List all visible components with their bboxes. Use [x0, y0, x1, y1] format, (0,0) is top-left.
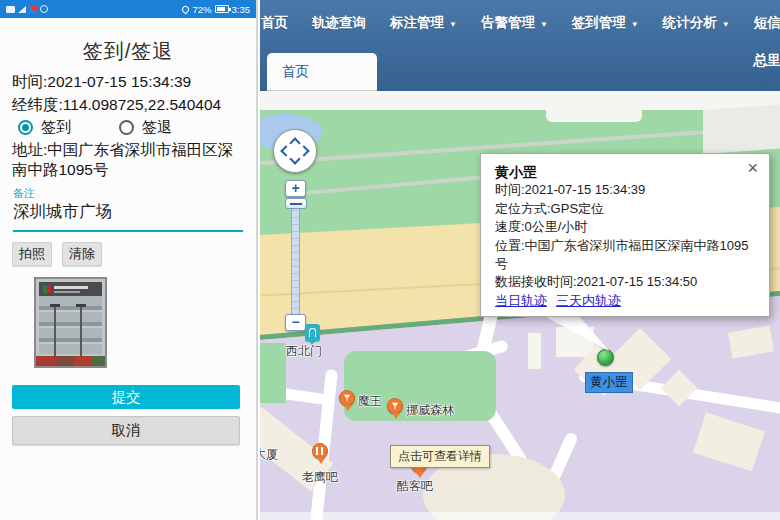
poi-label-bar2: 挪威森林 [406, 402, 454, 419]
address-text: 地址:中国广东省深圳市福田区深南中路1095号 [12, 140, 248, 180]
person-marker-label[interactable]: 黄小罡 [585, 372, 633, 393]
alarm-icon [40, 5, 48, 13]
nav-menu: 首页 轨迹查询 标注管理 ▼ 告警管理 ▼ 签到管理 ▼ 统 [260, 0, 780, 46]
status-time: 3:35 [232, 4, 251, 15]
popup-person-name: 黄小罡 [495, 163, 755, 181]
location-icon [181, 4, 191, 14]
photo-thumbnail[interactable] [34, 277, 107, 368]
nav-item-alarm-mgmt[interactable]: 告警管理 ▼ [469, 14, 560, 32]
checkin-time-text: 时间:2021-07-15 15:34:39 [12, 72, 191, 93]
zoom-slider-handle[interactable] [285, 198, 307, 209]
zoom-in-button[interactable]: + [285, 180, 306, 197]
poi-label-building: 大厦 [260, 446, 278, 463]
radio-checkout[interactable]: 签退 [119, 118, 172, 137]
submit-button[interactable]: 提交 [12, 385, 240, 409]
zoom-out-button[interactable]: − [285, 314, 306, 331]
battery-icon [215, 5, 229, 13]
popup-received-time: 数据接收时间:2021-07-15 15:34:50 [495, 273, 755, 291]
radio-checkin-label: 签到 [41, 118, 71, 137]
close-icon[interactable]: × [747, 159, 758, 177]
screen: 72% 3:35 签到/签退 时间:2021-07-15 15:34:39 经纬… [0, 0, 780, 520]
page-title: 签到/签退 [0, 38, 256, 65]
nav-label: 轨迹查询 [312, 14, 366, 32]
map-pan-control[interactable] [273, 129, 317, 173]
marker-info-popup: × 黄小罡 时间:2021-07-15 15:34:39 定位方式:GPS定位 … [480, 153, 770, 317]
map-top-area [260, 91, 780, 110]
popup-location-method: 定位方式:GPS定位 [495, 200, 755, 218]
map-canvas[interactable]: + − 西北门 魔王 挪威森林 老鹰吧 酷客吧 大厦 点击可查看详情 黄小罡 [260, 91, 780, 520]
restaurant-poi-icon[interactable] [312, 443, 328, 459]
caret-down-icon: ▼ [631, 20, 639, 29]
clear-photo-button[interactable]: 清除 [62, 242, 102, 266]
nav-item-sms-center[interactable]: 短信中心 ▼ [742, 14, 780, 32]
note-input[interactable]: 深圳城市广场 [13, 201, 243, 232]
corner-stat-text: 总里程 [753, 52, 780, 70]
radio-unselected-icon[interactable] [119, 120, 134, 135]
nav-label: 签到管理 [572, 14, 626, 32]
take-photo-button[interactable]: 拍照 [12, 242, 52, 266]
nav-label: 首页 [261, 14, 288, 32]
caret-down-icon: ▼ [540, 20, 548, 29]
sim-icon [6, 6, 15, 13]
tab-home[interactable]: 首页 [267, 53, 377, 91]
nav-item-track-query[interactable]: 轨迹查询 [300, 14, 378, 32]
gate-poi-icon[interactable] [305, 324, 320, 341]
pan-left-icon[interactable] [280, 145, 291, 156]
caret-down-icon: ▼ [449, 20, 457, 29]
radio-checkin[interactable]: 签到 [18, 118, 71, 137]
phone-status-bar: 72% 3:35 [0, 0, 256, 18]
note-field-label: 备注 [13, 186, 35, 201]
nav-item-checkin-mgmt[interactable]: 签到管理 ▼ [560, 14, 651, 32]
person-marker[interactable] [597, 349, 614, 366]
bar-poi-icon[interactable] [387, 398, 403, 414]
top-navbar: 首页 轨迹查询 标注管理 ▼ 告警管理 ▼ 签到管理 ▼ 统 [260, 0, 780, 91]
zoom-slider-track[interactable] [291, 203, 300, 319]
photo-building-facade [39, 296, 102, 354]
pan-up-icon[interactable] [289, 137, 300, 148]
nav-label: 短信中心 [754, 14, 780, 32]
nav-item-annotation-mgmt[interactable]: 标注管理 ▼ [378, 14, 469, 32]
nav-item-home[interactable]: 首页 [260, 14, 300, 32]
photo-sign-band [39, 282, 102, 296]
signal-icon [18, 6, 26, 13]
radio-checkout-label: 签退 [142, 118, 172, 137]
caret-down-icon: ▼ [722, 20, 730, 29]
checkin-type-radio-group: 签到 签退 [18, 118, 172, 137]
nav-label: 标注管理 [390, 14, 444, 32]
popup-speed: 速度:0公里/小时 [495, 218, 755, 236]
phone-panel: 72% 3:35 签到/签退 时间:2021-07-15 15:34:39 经纬… [0, 0, 258, 520]
today-track-link[interactable]: 当日轨迹 [495, 292, 547, 310]
pan-right-icon[interactable] [298, 145, 309, 156]
three-day-track-link[interactable]: 三天内轨迹 [556, 292, 621, 310]
cancel-button[interactable]: 取消 [12, 416, 240, 445]
battery-percent: 72% [192, 4, 211, 15]
popup-links: 当日轨迹 三天内轨迹 [495, 292, 755, 310]
nav-label: 统计分析 [663, 14, 717, 32]
marker-hover-tooltip: 点击可查看详情 [390, 445, 490, 468]
poi-label-bar1: 魔王 [358, 393, 382, 410]
app-notification-icon [29, 5, 37, 13]
citymall-logo [43, 285, 51, 293]
map-gray-area [703, 104, 780, 154]
poi-label-bar4: 酷客吧 [397, 478, 433, 495]
photo-flower-bed [36, 356, 105, 366]
coordinates-text: 经纬度:114.098725,22.540404 [12, 95, 221, 116]
poi-label-bar3: 老鹰吧 [302, 469, 338, 486]
radio-selected-icon[interactable] [18, 120, 33, 135]
bar-poi-icon[interactable] [339, 390, 355, 406]
map-top-building [546, 91, 642, 122]
nav-item-statistics[interactable]: 统计分析 ▼ [651, 14, 742, 32]
pan-down-icon[interactable] [289, 153, 300, 164]
web-panel: 首页 轨迹查询 标注管理 ▼ 告警管理 ▼ 签到管理 ▼ 统 [260, 0, 780, 520]
nav-label: 告警管理 [481, 14, 535, 32]
poi-label-gate: 西北门 [286, 343, 322, 360]
popup-position: 位置:中国广东省深圳市福田区深南中路1095号 [495, 237, 755, 274]
popup-time: 时间:2021-07-15 15:34:39 [495, 181, 755, 199]
